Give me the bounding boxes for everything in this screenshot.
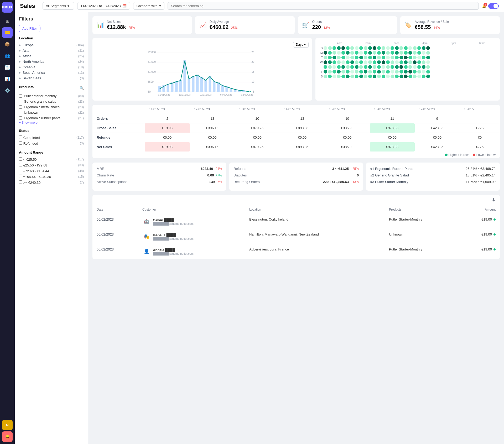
product-label[interactable]: Ergonomic metal shoes: [19, 105, 60, 109]
customer-email: ████████@demo.putler.com: [153, 252, 194, 255]
status-label[interactable]: Completed: [19, 135, 40, 140]
product-name: Unknown: [24, 111, 38, 114]
amount-checkbox[interactable]: [19, 157, 22, 161]
amount-checkbox[interactable]: [19, 169, 22, 172]
nav-sales-icon[interactable]: 💳: [2, 27, 13, 38]
status-checkbox[interactable]: [19, 135, 22, 139]
add-filter-button[interactable]: Add Filter: [19, 25, 40, 32]
date-range-picker[interactable]: 11/01/2023 to 07/02/2023 📅: [77, 2, 130, 10]
heatmap-dot: [337, 46, 341, 50]
table-header-row: 11/01/2023 12/01/2023 13/01/2023 14/01/2…: [92, 105, 500, 114]
product-checkbox[interactable]: [19, 116, 22, 120]
heatmap-dot: [391, 46, 394, 50]
segment-dropdown[interactable]: All Segments ▾: [43, 2, 74, 10]
orders-value: 220: [312, 24, 321, 30]
chevron-right-icon: ▶: [19, 55, 21, 58]
date-separator: to: [99, 4, 102, 8]
disputes-row: Disputes 0: [233, 173, 359, 177]
nav-user-avatar[interactable]: M: [2, 420, 13, 430]
refunds-card: Refunds 3 • -€41.25 -25% Disputes 0 Recu…: [229, 163, 363, 191]
product-label[interactable]: Putler starter-monthly: [19, 94, 56, 98]
heatmap-dot: [337, 60, 341, 64]
location-item[interactable]: ▶South America(13): [19, 70, 84, 75]
location-count: (104): [76, 43, 84, 47]
product-label[interactable]: Generic granite salad: [19, 100, 56, 103]
filters-panel: Filters Add Filter Location ▶Europe(104)…: [15, 12, 88, 444]
product-checkbox[interactable]: [19, 94, 22, 98]
location-item[interactable]: ▶North America(24): [19, 59, 84, 64]
nav-reports-icon[interactable]: 📉: [2, 62, 13, 72]
product-checkbox[interactable]: [19, 100, 22, 103]
compare-dropdown[interactable]: Compare with ▾: [133, 2, 164, 10]
table-cell: 13: [280, 114, 325, 123]
nav-settings-icon[interactable]: ⚙️: [2, 85, 13, 96]
heatmap-row: T: [319, 56, 496, 59]
heatmap-day-label: S: [319, 75, 323, 78]
amount-checkbox[interactable]: [19, 163, 22, 166]
notification-bell[interactable]: 🔔 5: [482, 4, 486, 8]
location-item[interactable]: ▶Europe(104): [19, 42, 84, 48]
location-item[interactable]: ▶Oceania(18): [19, 64, 84, 70]
amount-label[interactable]: < €25.50: [19, 157, 37, 161]
product-label[interactable]: Unknown: [19, 111, 38, 114]
trans-date: 06/02/2023: [92, 244, 138, 259]
heatmap-row: S: [319, 75, 496, 78]
churn-value: 0.09: [207, 173, 214, 177]
col-header-4: 14/01/2023: [280, 105, 325, 114]
svg-rect-24: [196, 75, 199, 92]
amount-label[interactable]: €25.50 - €72.68: [19, 163, 47, 167]
amount-label[interactable]: €72.68 - €154.44: [19, 169, 49, 173]
heatmap-dot: [377, 70, 381, 74]
theme-toggle[interactable]: [488, 3, 499, 9]
status-checkbox[interactable]: [19, 141, 22, 145]
status-dot: [493, 218, 496, 221]
product-checkbox[interactable]: [19, 105, 22, 109]
amount-label[interactable]: €154.44 - €240.30: [19, 175, 51, 179]
heatmap-dot: [346, 70, 350, 74]
download-icon[interactable]: ⬇: [492, 197, 496, 203]
nav-products-icon[interactable]: 📦: [2, 39, 13, 49]
trans-product: Putler Starter-Monthly: [385, 244, 459, 259]
svg-text:€2,000: €2,000: [148, 51, 156, 54]
heatmap-dot: [395, 51, 399, 55]
heatmap-dot: [355, 70, 358, 74]
avg-revenue-icon: 🏷️: [404, 22, 412, 29]
table-cell: €978.83: [370, 142, 415, 152]
nav-dashboard-icon[interactable]: ⊞: [2, 16, 13, 26]
heatmap-dot: [377, 75, 381, 78]
location-item[interactable]: ▶Africa(25): [19, 53, 84, 59]
net-sales-value: €12.88k: [107, 24, 126, 30]
product-checkbox[interactable]: [19, 111, 22, 114]
search-input[interactable]: [168, 2, 479, 10]
location-name: Seven Seas: [23, 76, 41, 80]
amount-checkbox[interactable]: [19, 180, 22, 184]
amount-checkbox[interactable]: [19, 175, 22, 178]
th-location: Location: [245, 205, 385, 214]
heatmap-dot: [391, 75, 394, 78]
heatmap-dot: [422, 56, 425, 59]
nav-user-avatar2[interactable]: 😀: [2, 431, 13, 442]
heatmap-day-label: T: [319, 65, 323, 69]
show-more-button[interactable]: + Show more: [19, 121, 84, 124]
th-amount: Amount: [459, 205, 500, 214]
status-label[interactable]: Refunded: [19, 141, 38, 145]
sales-chart-svg: €2,000 €1,500 €1,000 €500 €0 25 20 15 10…: [96, 50, 309, 97]
disputes-label: Disputes: [233, 173, 247, 177]
product-label[interactable]: Ergonomic rubber pants: [19, 116, 60, 120]
location-item[interactable]: ▶Seven Seas(3): [19, 75, 84, 81]
amount-label[interactable]: >= €240.30: [19, 180, 40, 185]
heatmap-dot: [373, 46, 376, 50]
active-subs-value: 139: [209, 180, 215, 184]
location-item[interactable]: ▶Asia(31): [19, 48, 84, 53]
products-search-icon[interactable]: 🔍: [80, 86, 84, 90]
heatmap-dot: [422, 46, 425, 50]
heatmap-dot: [355, 46, 358, 50]
heatmap-dot: [399, 70, 403, 74]
nav-chart-icon[interactable]: 📊: [2, 74, 13, 84]
data-table-card: 11/01/2023 12/01/2023 13/01/2023 14/01/2…: [92, 105, 500, 158]
heatmap-dot: [395, 65, 399, 69]
amount-item: €154.44 - €240.30(15): [19, 174, 84, 180]
th-products: Products: [385, 205, 459, 214]
nav-customers-icon[interactable]: 👥: [2, 50, 13, 61]
days-button[interactable]: Days ▾: [293, 42, 309, 48]
